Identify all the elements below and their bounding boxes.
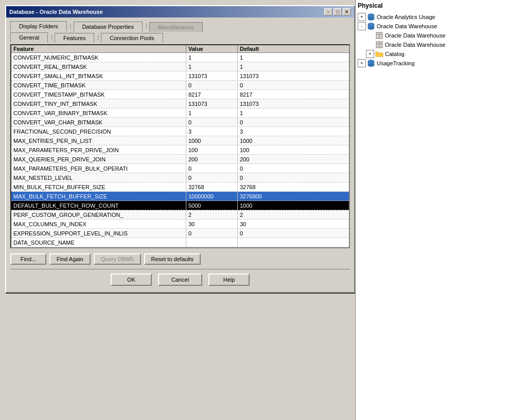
tree-label: Oracle Data Warehouse xyxy=(385,32,446,39)
cell-default: 1000 xyxy=(238,136,349,145)
svg-point-7 xyxy=(368,27,374,30)
table-row[interactable]: MAX_COLUMNS_IN_INDEX3030 xyxy=(11,220,349,229)
cell-value: 200 xyxy=(186,155,238,163)
close-button[interactable]: ✕ xyxy=(343,8,351,15)
tree-expander[interactable]: + xyxy=(358,13,366,21)
tab-row-2: General | Features | Connection Pools xyxy=(10,32,350,42)
table-row[interactable]: MAX_BULK_FETCH_BUFFER_SIZE10000000327680… xyxy=(11,192,349,201)
tab-row-1: Display Folders | Database Properties | … xyxy=(10,21,350,31)
maximize-button[interactable]: □ xyxy=(333,8,342,15)
cell-value: 2 xyxy=(186,210,238,219)
dialog-window: Database - Oracle Data Warehouse − □ ✕ D… xyxy=(5,5,355,293)
cell-value: 131073 xyxy=(186,99,238,108)
cell-value: 1000 xyxy=(186,136,238,145)
tab-features[interactable]: Features xyxy=(55,33,94,43)
tree-label: Oracle Data Warehouse xyxy=(385,42,446,48)
table-row[interactable]: MAX_QUERIES_PER_DRIVE_JOIN200200 xyxy=(11,155,349,164)
dialog-panel: Database - Oracle Data Warehouse − □ ✕ D… xyxy=(0,0,355,420)
cell-feature: MAX_NESTED_LEVEL xyxy=(11,173,186,182)
cell-default: 0 xyxy=(238,173,349,182)
tree-item[interactable]: + Oracle Analytics Usage xyxy=(358,12,525,22)
cell-default: 8217 xyxy=(238,90,349,99)
tree-item[interactable]: Oracle Data Warehouse xyxy=(358,31,525,40)
svg-point-2 xyxy=(368,18,374,21)
ok-button[interactable]: OK xyxy=(111,273,152,286)
query-dbm5-button[interactable]: Query DBM5 xyxy=(94,253,141,265)
cell-feature: PERF_CUSTOM_GROUP_GENERATION_ xyxy=(11,210,186,219)
table-row[interactable]: CONVERT_VAR_BINARY_BITMASK11 xyxy=(11,108,349,118)
tree-item[interactable]: + Catalog xyxy=(358,49,525,59)
table-row[interactable]: EXPRESSION_SUPPORT_LEVEL_IN_INLIS00 xyxy=(11,229,349,238)
table-row[interactable]: DEFAULT_BULK_FETCH_ROW_COUNT50001000 xyxy=(11,201,349,210)
header-feature: Feature xyxy=(11,45,186,52)
table-row[interactable]: CONVERT_VAR_CHAR_BITMASK00 xyxy=(11,118,349,127)
tree-children: Oracle Data Warehouse Oracle Data Wareho… xyxy=(358,31,525,59)
cell-value: 32768 xyxy=(186,182,238,191)
table-row[interactable]: DATA_SOURCE_NAME xyxy=(11,238,349,247)
tree-item[interactable]: Oracle Data Warehouse xyxy=(358,40,525,49)
cell-value: 1 xyxy=(186,62,238,71)
reset-defaults-button[interactable]: Reset to defaults xyxy=(144,253,201,265)
cell-feature: CONVERT_VAR_BINARY_BITMASK xyxy=(11,108,186,117)
table-row[interactable]: PERF_CUSTOM_GROUP_GENERATION_22 xyxy=(11,210,349,220)
help-button[interactable]: Help xyxy=(208,273,250,286)
table-icon xyxy=(375,41,383,49)
cell-default: 0 xyxy=(238,118,349,126)
minimize-button[interactable]: − xyxy=(324,8,332,15)
cell-feature: CONVERT_TIMESTAMP_BITMASK xyxy=(11,90,186,99)
table-row[interactable]: CONVERT_TIMESTAMP_BITMASK82178217 xyxy=(11,90,349,99)
table-row[interactable]: MIN_BULK_FETCH_BUFFER_SIZE3276832768 xyxy=(11,182,349,192)
tree-label: Catalog xyxy=(385,51,405,57)
table-row[interactable]: MAX_PARAMETERS_PER_DRIVE_JOIN100100 xyxy=(11,145,349,155)
find-again-button[interactable]: Find Again xyxy=(49,253,91,265)
cell-default: 3276800 xyxy=(238,192,349,200)
tab-database-properties[interactable]: Database Properties xyxy=(74,22,143,31)
cell-default: 131073 xyxy=(238,99,349,108)
tree-item[interactable]: - Oracle Data Warehouse xyxy=(358,22,525,31)
tree-expander[interactable]: - xyxy=(358,22,366,30)
tab-general[interactable]: General xyxy=(10,32,48,43)
tree-label: UsageTracking xyxy=(377,60,415,66)
tab-connection-pools[interactable]: Connection Pools xyxy=(101,33,163,43)
action-buttons: Find... Find Again Query DBM5 Reset to d… xyxy=(10,251,350,267)
tree-expander[interactable]: + xyxy=(366,50,374,58)
cell-value: 0 xyxy=(186,173,238,182)
cell-value: 0 xyxy=(186,118,238,126)
cell-default: 1 xyxy=(238,62,349,71)
cell-feature: MAX_COLUMNS_IN_INDEX xyxy=(11,220,186,228)
table-row[interactable]: FRACTIONAL_SECOND_PRECISION33 xyxy=(11,127,349,136)
cell-default: 32768 xyxy=(238,182,349,191)
cell-value: 0 xyxy=(186,81,238,89)
table-row[interactable]: CONVERT_TINY_INT_BITMASK131073131073 xyxy=(11,99,349,108)
cell-default: 0 xyxy=(238,81,349,89)
cell-default: 1 xyxy=(238,53,349,62)
table-row[interactable]: MAX_NESTED_LEVEL00 xyxy=(11,173,349,182)
tree-expander[interactable]: + xyxy=(358,59,366,67)
cell-value xyxy=(186,238,238,247)
cell-feature: CONVERT_TINY_INT_BITMASK xyxy=(11,99,186,108)
cell-value: 5000 xyxy=(186,201,238,210)
tree-item[interactable]: + UsageTracking xyxy=(358,59,525,68)
table-icon xyxy=(375,31,383,40)
cell-value: 131073 xyxy=(186,71,238,80)
tab-miscellaneous[interactable]: Miscellaneous xyxy=(149,22,203,32)
table-row[interactable]: CONVERT_NUMERIC_BITMASK11 xyxy=(11,53,349,62)
cell-default: 131073 xyxy=(238,71,349,80)
table-row[interactable]: MAX_ENTRIES_PER_IN_LIST10001000 xyxy=(11,136,349,145)
table-row[interactable]: CONVERT_REAL_BITMASK11 xyxy=(11,62,349,71)
table-row[interactable]: CONVERT_SMALL_INT_BITMASK131073131073 xyxy=(11,71,349,81)
cancel-button[interactable]: Cancel xyxy=(158,273,202,286)
table-body[interactable]: CONVERT_NUMERIC_BITMASK11CONVERT_REAL_BI… xyxy=(11,53,349,247)
cell-feature: CONVERT_REAL_BITMASK xyxy=(11,62,186,71)
cell-feature: CONVERT_VAR_CHAR_BITMASK xyxy=(11,118,186,126)
find-button[interactable]: Find... xyxy=(10,253,46,265)
right-panel: Physical + Oracle Analytics Usage- Oracl… xyxy=(355,0,527,420)
cell-feature: DEFAULT_BULK_FETCH_ROW_COUNT xyxy=(11,201,186,210)
table-row[interactable]: CONVERT_TIME_BITMASK00 xyxy=(11,81,349,90)
table-row[interactable]: MAX_PARAMETERS_PER_BULK_OPERATI00 xyxy=(11,164,349,173)
tab-display-folders[interactable]: Display Folders xyxy=(10,21,67,31)
cell-default: 3 xyxy=(238,127,349,136)
tree-label: Oracle Analytics Usage xyxy=(377,14,435,20)
header-default: Default xyxy=(238,45,341,52)
cell-feature: CONVERT_TIME_BITMASK xyxy=(11,81,186,89)
